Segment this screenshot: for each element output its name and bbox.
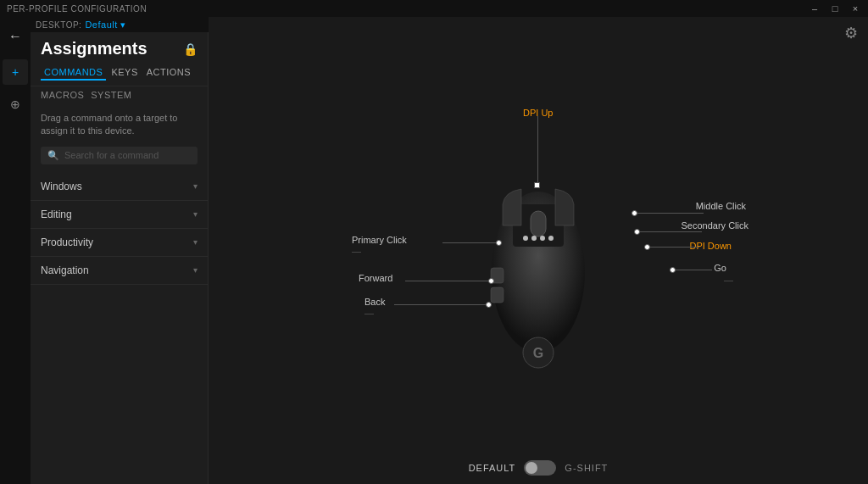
- chevron-down-icon: ▾: [193, 237, 198, 247]
- chevron-down-icon: ▾: [193, 181, 198, 191]
- forward-dot: [488, 278, 494, 284]
- mode-toggle[interactable]: [524, 460, 556, 476]
- primary-click-label: Primary Click: [352, 234, 407, 246]
- maximize-button[interactable]: □: [829, 3, 841, 14]
- gshift-label: G-SHIFT: [565, 463, 608, 473]
- mouse-container: G DPI Up Middle Click: [209, 59, 868, 450]
- category-navigation[interactable]: Navigation ▾: [31, 257, 208, 285]
- sidebar-title: Assignments: [41, 39, 147, 58]
- desktop-select[interactable]: Default ▾: [85, 19, 125, 31]
- subtab-system[interactable]: SYSTEM: [91, 90, 131, 100]
- ellipsis-primary: —: [352, 245, 361, 257]
- secondary-click-line: [638, 231, 702, 232]
- icon-rail: ← + ⊕: [0, 17, 31, 484]
- minimize-button[interactable]: –: [809, 3, 821, 14]
- config-label: PER-PROFILE CONFIGURATION: [7, 4, 147, 14]
- go-label: Go: [714, 262, 726, 274]
- sub-tabs: MACROS SYSTEM: [31, 86, 208, 103]
- dpi-down-label: DPI Down: [689, 240, 732, 252]
- dpi-down-line: [648, 247, 699, 248]
- gear-button[interactable]: ⚙: [844, 24, 858, 42]
- category-editing[interactable]: Editing ▾: [31, 201, 208, 229]
- search-icon: 🔍: [47, 150, 59, 161]
- subtab-macros[interactable]: MACROS: [41, 90, 84, 100]
- svg-rect-2: [531, 211, 546, 236]
- search-wrapper: 🔍: [41, 147, 198, 164]
- svg-rect-4: [491, 287, 504, 303]
- move-button[interactable]: ⊕: [3, 92, 28, 117]
- ellipsis-right: —: [724, 274, 733, 286]
- app-container: ← + ⊕ DESKTOP: Default ▾ Assignments 🔒 C…: [0, 17, 868, 484]
- svg-point-9: [540, 236, 545, 241]
- drag-hint: Drag a command onto a target to assign i…: [31, 103, 208, 143]
- tab-keys[interactable]: KEYS: [108, 65, 141, 81]
- back-dot: [486, 302, 492, 308]
- dpi-up-line: [537, 116, 538, 184]
- close-button[interactable]: ×: [849, 3, 861, 14]
- sidebar-header: Assignments 🔒: [31, 39, 208, 65]
- middle-click-dot: [632, 210, 637, 216]
- category-windows[interactable]: Windows ▾: [31, 173, 208, 201]
- back-label: Back: [364, 296, 385, 308]
- dpi-down-dot: [644, 244, 650, 250]
- dpi-up-dot: [534, 182, 540, 188]
- add-button[interactable]: +: [3, 59, 28, 85]
- category-productivity[interactable]: Productivity ▾: [31, 229, 208, 257]
- svg-point-8: [531, 236, 537, 241]
- title-bar: PER-PROFILE CONFIGURATION – □ ×: [0, 0, 868, 17]
- primary-click-dot: [496, 240, 502, 246]
- go-line: [674, 270, 712, 270]
- tabs: COMMANDS KEYS ACTIONS: [31, 65, 208, 86]
- search-input[interactable]: [64, 150, 191, 160]
- profile-prefix: DESKTOP:: [36, 20, 81, 30]
- tab-commands[interactable]: COMMANDS: [41, 65, 106, 81]
- svg-point-7: [523, 236, 528, 241]
- go-dot: [670, 267, 676, 273]
- back-line: [394, 304, 487, 305]
- secondary-click-dot: [634, 229, 640, 235]
- forward-label: Forward: [359, 272, 392, 284]
- chevron-down-icon: ▾: [193, 209, 198, 219]
- bottom-bar: DEFAULT G-SHIFT: [209, 460, 868, 476]
- window-controls: – □ ×: [809, 3, 861, 14]
- secondary-click-label: Secondary Click: [682, 220, 748, 231]
- categories-list: Windows ▾ Editing ▾ Productivity ▾ Navig…: [31, 173, 208, 484]
- toggle-knob: [526, 462, 537, 474]
- svg-point-10: [548, 236, 554, 241]
- svg-text:G: G: [533, 346, 543, 360]
- middle-click-line: [636, 213, 704, 214]
- forward-line: [405, 281, 490, 281]
- lock-icon: 🔒: [183, 42, 198, 56]
- chevron-down-icon: ▾: [193, 265, 198, 275]
- tab-actions[interactable]: ACTIONS: [143, 65, 194, 81]
- sidebar: DESKTOP: Default ▾ Assignments 🔒 COMMAND…: [31, 17, 209, 484]
- primary-click-line: [442, 242, 498, 243]
- back-button[interactable]: ←: [3, 24, 28, 49]
- ellipsis-back: —: [364, 307, 374, 319]
- middle-click-label: Middle Click: [696, 200, 746, 212]
- main-area: ⚙: [209, 17, 868, 484]
- default-label: DEFAULT: [469, 463, 516, 473]
